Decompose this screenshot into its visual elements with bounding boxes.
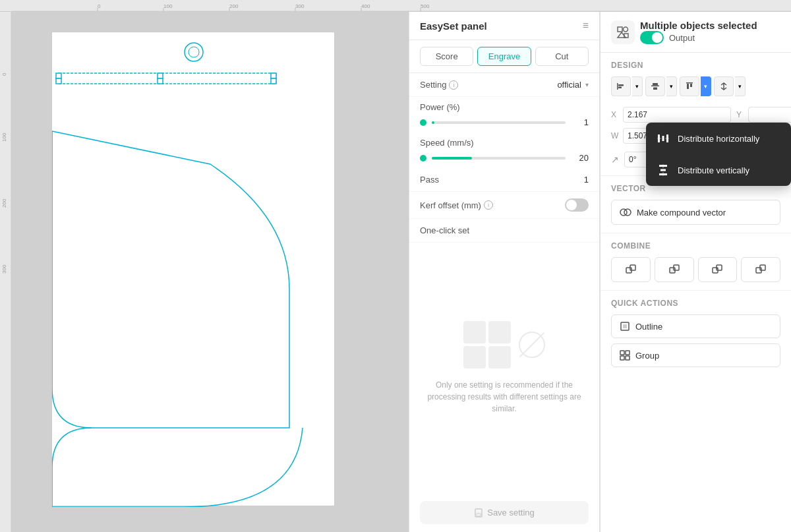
setting-info-icon[interactable]: i <box>449 80 458 90</box>
svg-rect-26 <box>271 78 276 84</box>
combine-section-title: Combine <box>611 241 780 251</box>
power-slider-track[interactable] <box>432 121 566 124</box>
pass-row: Pass 1 <box>409 168 599 192</box>
svg-rect-36 <box>651 86 659 87</box>
distribute-v-icon <box>655 162 671 178</box>
tabs-row: Score Engrave Cut <box>409 40 599 73</box>
pass-value: 1 <box>572 175 589 185</box>
svg-rect-33 <box>617 83 618 90</box>
power-row: Power (%) <box>409 97 599 117</box>
svg-point-19 <box>189 47 199 57</box>
svg-rect-39 <box>686 82 693 84</box>
combine-subtract-btn[interactable] <box>655 257 694 282</box>
svg-point-18 <box>185 43 203 61</box>
align-top-dropdown[interactable]: ▾ <box>701 76 711 96</box>
combine-exclude-btn[interactable] <box>741 257 780 282</box>
panel-menu-icon[interactable]: ≡ <box>583 20 589 32</box>
combine-tools <box>611 257 780 282</box>
combine-section: Combine <box>601 236 791 287</box>
speed-label: Speed (mm/s) <box>420 138 474 148</box>
shapes-icon <box>611 20 635 44</box>
svg-rect-56 <box>626 351 630 355</box>
combine-intersect-btn[interactable] <box>698 257 738 282</box>
speed-slider-track[interactable] <box>432 157 566 160</box>
svg-rect-20 <box>59 73 276 84</box>
align-left-group: ▾ <box>611 76 643 96</box>
align-left-btn[interactable] <box>611 76 631 96</box>
distribute-horizontally-label: Distribute horizontally <box>678 134 759 144</box>
distribute-vertically-label: Distribute vertically <box>678 165 749 175</box>
svg-rect-50 <box>717 268 718 269</box>
svg-text:0: 0 <box>98 3 101 9</box>
x-input[interactable] <box>623 107 731 123</box>
pass-label: Pass <box>420 175 439 185</box>
y-input[interactable] <box>748 107 791 123</box>
speed-slider-dot <box>420 155 426 162</box>
svg-rect-58 <box>626 356 630 360</box>
save-setting-button[interactable]: Save setting <box>420 501 589 524</box>
right-panel-header: Multiple objects selected Output <box>601 12 791 53</box>
w-label: W <box>611 131 620 140</box>
outline-label: Outline <box>635 322 662 332</box>
combine-union-btn[interactable] <box>611 257 651 282</box>
tab-cut[interactable]: Cut <box>535 47 589 66</box>
output-label: Output <box>669 33 695 43</box>
quick-actions-title: Quick actions <box>611 299 780 308</box>
vector-section: Vector Make compound vector <box>601 179 791 230</box>
svg-text:500: 500 <box>421 3 430 9</box>
distribute-horizontally-item[interactable]: Distribute horizontally <box>646 123 791 154</box>
svg-text:100: 100 <box>163 3 173 9</box>
save-setting-label: Save setting <box>487 508 535 517</box>
align-vcenter-btn[interactable] <box>645 76 665 96</box>
align-left-dropdown[interactable]: ▾ <box>632 76 643 96</box>
svg-text:200: 200 <box>229 3 239 9</box>
quick-actions-section: Quick actions Outline Group <box>601 293 791 378</box>
one-click-label: One-click set <box>420 225 469 235</box>
kerf-info-icon[interactable]: i <box>484 200 493 210</box>
placeholder-area: Only one setting is recommended if the p… <box>409 243 599 493</box>
design-section-title: Design <box>611 61 780 70</box>
kerf-toggle[interactable] <box>565 198 589 212</box>
align-top-group: ▾ <box>680 76 711 96</box>
right-panel: Multiple objects selected Output Design <box>600 12 791 532</box>
top-ruler: 0 100 200 300 400 500 <box>0 0 791 12</box>
flip-dropdown[interactable]: ▾ <box>735 76 746 96</box>
distribute-h-icon <box>655 131 671 146</box>
group-button[interactable]: Group <box>611 343 780 367</box>
svg-rect-40 <box>687 84 689 89</box>
power-value: 1 <box>572 117 589 127</box>
one-click-row: One-click set <box>409 219 599 243</box>
svg-rect-29 <box>618 27 622 32</box>
svg-rect-22 <box>56 78 61 84</box>
tab-engrave[interactable]: Engrave <box>477 47 531 66</box>
svg-rect-38 <box>653 88 657 90</box>
svg-text:200: 200 <box>1 198 7 208</box>
tab-score[interactable]: Score <box>420 47 473 66</box>
align-tools: ▾ ▾ ▾ <box>611 76 780 96</box>
flip-btn[interactable] <box>714 76 734 96</box>
power-label: Power (%) <box>420 102 460 112</box>
distribute-dropdown: Distribute horizontally Distribute verti… <box>646 123 791 186</box>
power-slider-row: 1 <box>409 117 599 133</box>
distribute-vertically-item[interactable]: Distribute vertically <box>646 154 791 186</box>
left-ruler: 0 100 200 300 <box>0 12 12 532</box>
power-slider-dot <box>420 119 426 126</box>
svg-text:400: 400 <box>361 3 370 9</box>
align-vcenter-group: ▾ <box>645 76 677 96</box>
easyset-title: EasySet panel <box>420 20 487 32</box>
svg-text:100: 100 <box>1 133 7 142</box>
svg-text:0: 0 <box>1 73 7 76</box>
design-section: Design ▾ ▾ <box>601 53 791 102</box>
svg-rect-57 <box>620 356 624 360</box>
setting-value[interactable]: official ▾ <box>557 80 589 90</box>
easyset-panel: EasySet panel ≡ Score Engrave Cut Settin… <box>409 12 600 532</box>
align-vcenter-dropdown[interactable]: ▾ <box>666 76 677 96</box>
svg-point-43 <box>624 209 631 216</box>
group-label: Group <box>635 351 659 361</box>
svg-rect-21 <box>56 73 61 78</box>
canvas-area[interactable] <box>12 12 409 532</box>
make-compound-vector-button[interactable]: Make compound vector <box>611 200 780 225</box>
output-toggle[interactable] <box>640 31 664 44</box>
align-top-btn[interactable] <box>680 76 699 96</box>
outline-button[interactable]: Outline <box>611 314 780 338</box>
